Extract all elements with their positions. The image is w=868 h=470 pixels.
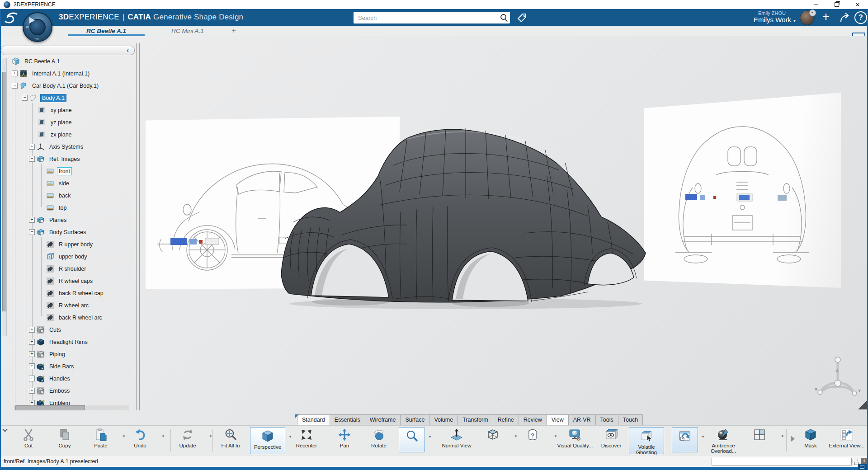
dropdown-caret[interactable]: ▼ bbox=[428, 435, 432, 439]
toolbar-button[interactable]: ⚙ Visual Quality... ▼ bbox=[555, 427, 595, 449]
tree-expander[interactable]: + bbox=[29, 144, 35, 150]
tree-item-label[interactable]: back R wheel arc bbox=[57, 314, 104, 322]
share-icon[interactable] bbox=[839, 12, 852, 25]
tree-item-label[interactable]: Body Surfaces bbox=[47, 228, 88, 236]
search-box[interactable] bbox=[354, 12, 510, 24]
toolbar-button[interactable]: External View... ▼ bbox=[826, 427, 867, 449]
tree-item[interactable]: top bbox=[0, 202, 135, 214]
ribbon-tab[interactable]: Essentials bbox=[330, 414, 365, 425]
toolbar-button[interactable]: ▼ bbox=[739, 427, 780, 442]
tree-expander[interactable]: + bbox=[29, 327, 35, 333]
search-input[interactable] bbox=[354, 14, 498, 21]
tree-item[interactable]: + Emboss bbox=[0, 385, 135, 397]
tree-item-label[interactable]: Piping bbox=[47, 350, 67, 358]
toolbar-button[interactable]: Perspective ▼ bbox=[250, 427, 285, 454]
tree-item[interactable]: + Axis Systems bbox=[0, 141, 135, 153]
tree-item-label[interactable]: Car Body A.1 (Car Body.1) bbox=[30, 82, 100, 90]
tree-item-label[interactable]: xy plane bbox=[49, 106, 74, 114]
tree-item-label[interactable]: Side Bars bbox=[47, 362, 75, 371]
tree-expander[interactable]: + bbox=[12, 70, 18, 76]
tree-item[interactable]: + Internal A.1 (Internal.1) bbox=[0, 67, 135, 80]
collapse-toolbar-icon[interactable] bbox=[3, 427, 7, 431]
scrollbar-thumb[interactable] bbox=[15, 405, 85, 410]
viewport-resize-handle[interactable] bbox=[858, 400, 867, 409]
tree-item[interactable]: + Planes bbox=[0, 214, 135, 226]
robot-triad[interactable]: Z X Y bbox=[813, 352, 863, 409]
workspace-selector[interactable]: Emilys Work▾ bbox=[705, 16, 796, 24]
3ds-logo-icon[interactable] bbox=[4, 11, 22, 26]
tree-item[interactable]: back bbox=[0, 189, 135, 202]
scrollbar-thumb[interactable] bbox=[2, 72, 6, 311]
toolbar-button[interactable]: ▼ bbox=[672, 427, 698, 452]
tree-horizontal-scrollbar[interactable] bbox=[14, 405, 129, 410]
search-icon[interactable] bbox=[498, 12, 510, 24]
toolbar-button[interactable]: ▼ bbox=[399, 427, 425, 452]
tree-item-label[interactable]: R shoulder bbox=[57, 265, 88, 273]
toolbar-button[interactable]: Copy ▼ bbox=[44, 427, 85, 449]
tree-item[interactable]: yz plane bbox=[0, 116, 135, 128]
tree-item[interactable]: xy plane bbox=[0, 104, 135, 116]
ribbon-tab[interactable]: Volume bbox=[429, 414, 458, 425]
command-input[interactable] bbox=[712, 458, 852, 465]
tree-collapse-bar[interactable]: ‹ bbox=[1, 46, 135, 55]
tree-item[interactable]: − Body A.1 bbox=[0, 92, 135, 104]
tree-item[interactable]: RC Beetle A.1 bbox=[0, 55, 135, 67]
tree-item-label[interactable]: front bbox=[57, 167, 72, 175]
tree-item-label[interactable]: Internal A.1 (Internal.1) bbox=[30, 70, 91, 78]
tree-vertical-scrollbar[interactable] bbox=[2, 58, 7, 336]
dropdown-caret[interactable]: ▼ bbox=[781, 434, 784, 438]
tag-icon[interactable] bbox=[517, 12, 528, 25]
tree-expander[interactable]: + bbox=[29, 217, 35, 223]
ribbon-tab[interactable]: Refine bbox=[493, 414, 519, 425]
tree-item-label[interactable]: Cuts bbox=[47, 326, 63, 334]
tree-item[interactable]: + Cuts bbox=[0, 324, 135, 336]
car-body-model[interactable] bbox=[271, 122, 656, 312]
tree-item-label[interactable]: Body A.1 bbox=[40, 94, 66, 102]
tree-expander[interactable]: + bbox=[29, 376, 35, 381]
tree-expander[interactable]: + bbox=[29, 351, 35, 357]
tree-expander[interactable]: + bbox=[29, 388, 35, 394]
ribbon-tab[interactable]: Review bbox=[519, 414, 547, 425]
tree-item[interactable]: R wheel arc bbox=[0, 299, 135, 311]
avatar[interactable] bbox=[800, 10, 815, 25]
ribbon-tab[interactable]: View bbox=[547, 414, 569, 425]
dropdown-caret[interactable]: ▼ bbox=[161, 434, 165, 438]
toolbar-button[interactable]: Paste ▼ bbox=[80, 427, 121, 449]
toolbar-button[interactable]: Mask ▼ bbox=[790, 427, 831, 449]
specification-tree[interactable]: RC Beetle A.1 + Internal A.1 (Internal.1… bbox=[0, 55, 135, 408]
toolbar-button[interactable]: Rotate ▼ bbox=[359, 427, 399, 449]
tree-item[interactable]: R shoulder bbox=[0, 263, 135, 275]
toolbar-button[interactable]: Discover ▼ bbox=[591, 427, 632, 449]
ribbon-tab[interactable]: Standard bbox=[297, 414, 330, 425]
tree-expander[interactable]: + bbox=[29, 363, 35, 369]
toolbar-button[interactable]: Ambience Overload... ▼ bbox=[703, 427, 744, 454]
ribbon-tab[interactable]: Tools bbox=[595, 414, 618, 425]
toolbar-button[interactable]: Cut ▼ bbox=[8, 427, 49, 449]
reference-image-back[interactable] bbox=[644, 93, 841, 288]
tree-item[interactable]: + Piping bbox=[0, 348, 135, 360]
compass-button[interactable]: 3D V.R bbox=[23, 12, 52, 42]
tree-item-label[interactable]: top bbox=[57, 204, 68, 212]
tree-item-label[interactable]: upper body bbox=[57, 253, 89, 261]
toolbar-button[interactable]: Fit All In ▼ bbox=[210, 427, 251, 449]
ribbon-tab[interactable]: AR-VR bbox=[568, 414, 596, 425]
tree-item-label[interactable]: Handles bbox=[47, 375, 72, 383]
tree-item[interactable]: − Car Body A.1 (Car Body.1) bbox=[0, 80, 135, 92]
tree-expander[interactable]: − bbox=[22, 95, 28, 101]
tree-item[interactable]: side bbox=[0, 177, 135, 189]
tree-item-label[interactable]: RC Beetle A.1 bbox=[23, 57, 62, 66]
tree-item[interactable]: + Side Bars bbox=[0, 360, 135, 372]
maximize-button[interactable] bbox=[826, 0, 847, 9]
layers-icon[interactable] bbox=[853, 459, 858, 463]
tree-item[interactable]: + Handles bbox=[0, 372, 135, 385]
toolbar-button[interactable]: ? ▼ bbox=[512, 427, 553, 442]
tree-item-label[interactable]: R upper body bbox=[57, 240, 94, 249]
tree-item[interactable]: R upper body bbox=[0, 238, 135, 250]
tree-item[interactable]: − Body Surfaces bbox=[0, 226, 135, 238]
tree-item-label[interactable]: side bbox=[57, 179, 71, 188]
tree-expander[interactable]: − bbox=[29, 156, 35, 162]
tree-expander[interactable]: − bbox=[29, 229, 35, 235]
ribbon-tab[interactable]: Transform bbox=[458, 414, 493, 425]
ribbon-tab[interactable]: Surface bbox=[400, 414, 429, 425]
doc-tab-rc-mini[interactable]: RC Mini A.1 bbox=[149, 26, 226, 36]
